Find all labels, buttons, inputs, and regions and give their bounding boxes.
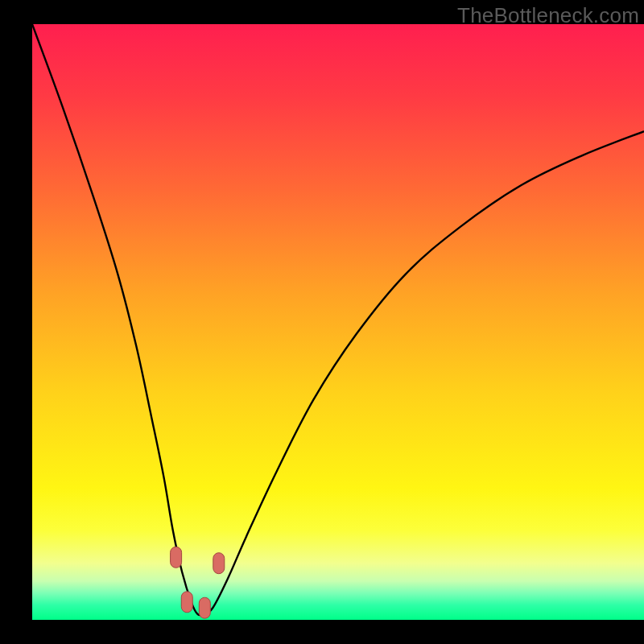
curve-marker xyxy=(181,592,192,613)
chart-frame: TheBottleneck.com xyxy=(0,0,644,644)
plot-area xyxy=(32,24,644,620)
curve-marker xyxy=(199,597,210,618)
curve-marker xyxy=(171,547,182,568)
curve-layer xyxy=(32,24,644,620)
curve-marker xyxy=(213,553,225,574)
marker-group xyxy=(171,547,225,618)
bottleneck-curve xyxy=(32,24,644,615)
